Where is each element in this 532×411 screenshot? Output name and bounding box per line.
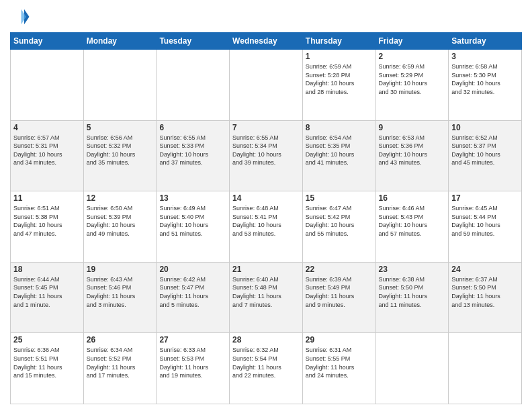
day-info: Sunrise: 6:49 AM Sunset: 5:40 PM Dayligh… [159, 204, 226, 238]
calendar-cell [83, 50, 157, 121]
day-number: 19 [87, 265, 154, 274]
day-number: 1 [306, 52, 373, 61]
day-number: 21 [232, 265, 300, 274]
day-header-friday: Friday [375, 33, 449, 50]
day-info: Sunrise: 6:43 AM Sunset: 5:46 PM Dayligh… [87, 275, 154, 309]
calendar-cell: 15Sunrise: 6:47 AM Sunset: 5:42 PM Dayli… [302, 191, 375, 263]
day-info: Sunrise: 6:51 AM Sunset: 5:38 PM Dayligh… [13, 204, 81, 238]
calendar-cell: 11Sunrise: 6:51 AM Sunset: 5:38 PM Dayli… [11, 191, 84, 263]
day-header-saturday: Saturday [449, 33, 522, 50]
day-info: Sunrise: 6:31 AM Sunset: 5:55 PM Dayligh… [306, 346, 373, 379]
calendar-table: SundayMondayTuesdayWednesdayThursdayFrid… [10, 32, 522, 404]
calendar-cell: 7Sunrise: 6:55 AM Sunset: 5:34 PM Daylig… [230, 120, 303, 191]
day-number: 7 [232, 123, 300, 132]
calendar-cell: 16Sunrise: 6:46 AM Sunset: 5:43 PM Dayli… [375, 191, 449, 263]
calendar-cell: 6Sunrise: 6:55 AM Sunset: 5:33 PM Daylig… [157, 120, 230, 191]
day-number: 25 [13, 335, 81, 345]
header [10, 7, 522, 27]
day-info: Sunrise: 6:55 AM Sunset: 5:34 PM Dayligh… [232, 134, 300, 167]
calendar-cell: 23Sunrise: 6:38 AM Sunset: 5:50 PM Dayli… [375, 262, 449, 333]
day-number: 29 [306, 335, 373, 345]
day-number: 20 [159, 265, 226, 274]
day-info: Sunrise: 6:39 AM Sunset: 5:49 PM Dayligh… [306, 275, 373, 309]
day-number: 22 [306, 265, 373, 274]
logo [10, 7, 33, 27]
calendar-cell: 9Sunrise: 6:53 AM Sunset: 5:36 PM Daylig… [375, 120, 449, 191]
calendar-cell: 18Sunrise: 6:44 AM Sunset: 5:45 PM Dayli… [11, 262, 84, 333]
day-info: Sunrise: 6:52 AM Sunset: 5:37 PM Dayligh… [451, 134, 519, 167]
day-number: 11 [13, 193, 81, 203]
week-row-3: 18Sunrise: 6:44 AM Sunset: 5:45 PM Dayli… [11, 262, 522, 333]
calendar-cell: 28Sunrise: 6:32 AM Sunset: 5:54 PM Dayli… [230, 333, 303, 404]
day-number: 3 [451, 52, 519, 61]
day-info: Sunrise: 6:37 AM Sunset: 5:50 PM Dayligh… [451, 275, 519, 309]
calendar-cell: 4Sunrise: 6:57 AM Sunset: 5:31 PM Daylig… [11, 120, 84, 191]
day-info: Sunrise: 6:32 AM Sunset: 5:54 PM Dayligh… [232, 346, 300, 379]
calendar-cell [11, 50, 84, 121]
day-number: 18 [13, 265, 81, 274]
calendar-cell: 2Sunrise: 6:59 AM Sunset: 5:29 PM Daylig… [375, 50, 449, 121]
day-info: Sunrise: 6:48 AM Sunset: 5:41 PM Dayligh… [232, 204, 300, 238]
calendar-cell: 22Sunrise: 6:39 AM Sunset: 5:49 PM Dayli… [302, 262, 375, 333]
day-number: 15 [306, 193, 373, 203]
day-header-thursday: Thursday [302, 33, 375, 50]
day-info: Sunrise: 6:55 AM Sunset: 5:33 PM Dayligh… [159, 134, 226, 167]
calendar-cell: 24Sunrise: 6:37 AM Sunset: 5:50 PM Dayli… [449, 262, 522, 333]
day-info: Sunrise: 6:46 AM Sunset: 5:43 PM Dayligh… [379, 204, 446, 238]
day-info: Sunrise: 6:42 AM Sunset: 5:47 PM Dayligh… [159, 275, 226, 309]
calendar-cell: 27Sunrise: 6:33 AM Sunset: 5:53 PM Dayli… [157, 333, 230, 404]
page: SundayMondayTuesdayWednesdayThursdayFrid… [0, 0, 532, 411]
day-header-wednesday: Wednesday [230, 33, 303, 50]
day-info: Sunrise: 6:54 AM Sunset: 5:35 PM Dayligh… [306, 134, 373, 167]
calendar-cell: 1Sunrise: 6:59 AM Sunset: 5:28 PM Daylig… [302, 50, 375, 121]
calendar-cell: 19Sunrise: 6:43 AM Sunset: 5:46 PM Dayli… [83, 262, 157, 333]
day-info: Sunrise: 6:34 AM Sunset: 5:52 PM Dayligh… [87, 346, 154, 379]
calendar-cell: 5Sunrise: 6:56 AM Sunset: 5:32 PM Daylig… [83, 120, 157, 191]
day-number: 12 [87, 193, 154, 203]
calendar-cell [230, 50, 303, 121]
calendar-cell: 17Sunrise: 6:45 AM Sunset: 5:44 PM Dayli… [449, 191, 522, 263]
day-info: Sunrise: 6:33 AM Sunset: 5:53 PM Dayligh… [159, 346, 226, 379]
day-number: 4 [13, 123, 81, 132]
calendar-cell: 12Sunrise: 6:50 AM Sunset: 5:39 PM Dayli… [83, 191, 157, 263]
logo-icon [10, 7, 30, 27]
calendar-cell: 13Sunrise: 6:49 AM Sunset: 5:40 PM Dayli… [157, 191, 230, 263]
day-header-sunday: Sunday [11, 33, 84, 50]
week-row-0: 1Sunrise: 6:59 AM Sunset: 5:28 PM Daylig… [11, 50, 522, 121]
day-info: Sunrise: 6:44 AM Sunset: 5:45 PM Dayligh… [13, 275, 81, 309]
day-info: Sunrise: 6:53 AM Sunset: 5:36 PM Dayligh… [379, 134, 446, 167]
day-info: Sunrise: 6:47 AM Sunset: 5:42 PM Dayligh… [306, 204, 373, 238]
calendar-cell: 26Sunrise: 6:34 AM Sunset: 5:52 PM Dayli… [83, 333, 157, 404]
calendar-cell: 21Sunrise: 6:40 AM Sunset: 5:48 PM Dayli… [230, 262, 303, 333]
day-number: 9 [379, 123, 446, 132]
calendar-header: SundayMondayTuesdayWednesdayThursdayFrid… [11, 33, 522, 50]
calendar-cell [449, 333, 522, 404]
day-number: 10 [451, 123, 519, 132]
day-info: Sunrise: 6:45 AM Sunset: 5:44 PM Dayligh… [451, 204, 519, 238]
day-number: 6 [159, 123, 226, 132]
calendar-cell [375, 333, 449, 404]
day-number: 16 [379, 193, 446, 203]
day-number: 2 [379, 52, 446, 61]
day-number: 5 [87, 123, 154, 132]
day-info: Sunrise: 6:50 AM Sunset: 5:39 PM Dayligh… [87, 204, 154, 238]
calendar-cell: 14Sunrise: 6:48 AM Sunset: 5:41 PM Dayli… [230, 191, 303, 263]
day-info: Sunrise: 6:40 AM Sunset: 5:48 PM Dayligh… [232, 275, 300, 309]
day-number: 24 [451, 265, 519, 274]
day-info: Sunrise: 6:36 AM Sunset: 5:51 PM Dayligh… [13, 346, 81, 379]
calendar-cell: 25Sunrise: 6:36 AM Sunset: 5:51 PM Dayli… [11, 333, 84, 404]
day-number: 28 [232, 335, 300, 345]
calendar-cell: 29Sunrise: 6:31 AM Sunset: 5:55 PM Dayli… [302, 333, 375, 404]
week-row-1: 4Sunrise: 6:57 AM Sunset: 5:31 PM Daylig… [11, 120, 522, 191]
day-number: 27 [159, 335, 226, 345]
day-info: Sunrise: 6:58 AM Sunset: 5:30 PM Dayligh… [451, 62, 519, 96]
day-info: Sunrise: 6:57 AM Sunset: 5:31 PM Dayligh… [13, 134, 81, 167]
day-info: Sunrise: 6:56 AM Sunset: 5:32 PM Dayligh… [87, 134, 154, 167]
calendar-cell [157, 50, 230, 121]
header-row: SundayMondayTuesdayWednesdayThursdayFrid… [11, 33, 522, 50]
day-info: Sunrise: 6:59 AM Sunset: 5:29 PM Dayligh… [379, 62, 446, 96]
day-info: Sunrise: 6:38 AM Sunset: 5:50 PM Dayligh… [379, 275, 446, 309]
calendar-cell: 3Sunrise: 6:58 AM Sunset: 5:30 PM Daylig… [449, 50, 522, 121]
calendar-cell: 20Sunrise: 6:42 AM Sunset: 5:47 PM Dayli… [157, 262, 230, 333]
day-header-monday: Monday [83, 33, 157, 50]
